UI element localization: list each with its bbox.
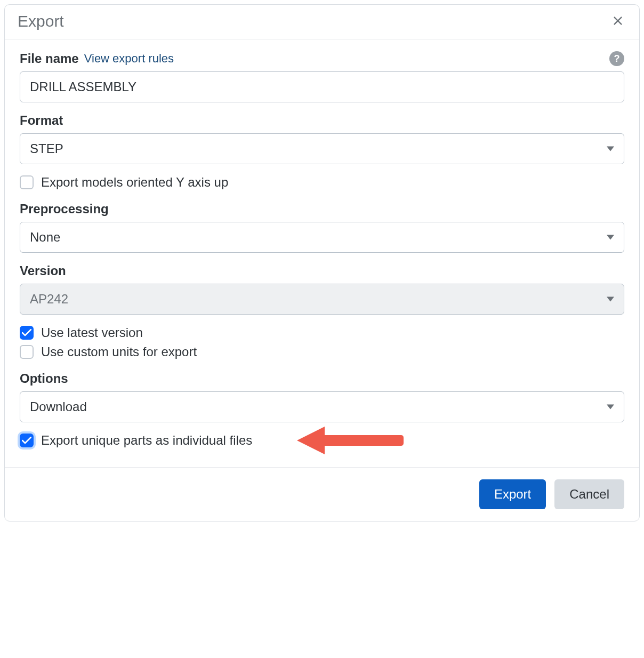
export-dialog: Export File name View export rules ? For… — [4, 4, 640, 521]
preprocessing-select[interactable]: None — [20, 222, 624, 253]
options-value: Download — [30, 399, 87, 414]
use-custom-units-row: Use custom units for export — [20, 344, 624, 359]
version-select: AP242 — [20, 284, 624, 315]
chevron-down-icon — [607, 297, 614, 302]
annotation-arrow-icon — [297, 424, 404, 456]
field-version: Version AP242 — [20, 263, 624, 315]
dialog-body: File name View export rules ? Format STE… — [5, 39, 639, 467]
field-options: Options Download — [20, 371, 624, 422]
format-select[interactable]: STEP — [20, 133, 624, 164]
export-unique-parts-checkbox[interactable] — [20, 434, 34, 447]
dialog-header: Export — [5, 5, 639, 39]
file-name-label: File name — [20, 51, 79, 66]
preprocessing-value: None — [30, 230, 60, 245]
dialog-title: Export — [18, 12, 64, 30]
format-value: STEP — [30, 141, 63, 156]
use-latest-version-checkbox[interactable] — [20, 326, 34, 340]
use-latest-version-label[interactable]: Use latest version — [41, 325, 143, 340]
export-unique-parts-label[interactable]: Export unique parts as individual files — [41, 433, 252, 448]
version-value: AP242 — [30, 292, 68, 307]
dialog-footer: Export Cancel — [5, 467, 639, 521]
close-icon — [612, 15, 624, 28]
use-latest-version-row: Use latest version — [20, 325, 624, 340]
use-custom-units-checkbox[interactable] — [20, 345, 34, 359]
y-axis-up-row: Export models oriented Y axis up — [20, 175, 624, 190]
export-button[interactable]: Export — [479, 479, 546, 509]
format-label: Format — [20, 113, 63, 128]
y-axis-up-checkbox[interactable] — [20, 175, 34, 189]
help-icon[interactable]: ? — [609, 51, 624, 66]
use-custom-units-label[interactable]: Use custom units for export — [41, 344, 197, 359]
preprocessing-label: Preprocessing — [20, 202, 109, 216]
file-name-input[interactable] — [20, 71, 624, 102]
chevron-down-icon — [607, 147, 614, 151]
view-export-rules-link[interactable]: View export rules — [84, 52, 174, 66]
chevron-down-icon — [607, 405, 614, 410]
close-button[interactable] — [609, 13, 626, 30]
version-label: Version — [20, 263, 66, 278]
field-file-name: File name View export rules ? — [20, 51, 624, 102]
options-label: Options — [20, 371, 68, 386]
y-axis-up-label[interactable]: Export models oriented Y axis up — [41, 175, 228, 190]
field-preprocessing: Preprocessing None — [20, 202, 624, 253]
options-select[interactable]: Download — [20, 391, 624, 422]
cancel-button[interactable]: Cancel — [554, 479, 624, 509]
field-format: Format STEP — [20, 113, 624, 164]
chevron-down-icon — [607, 235, 614, 240]
